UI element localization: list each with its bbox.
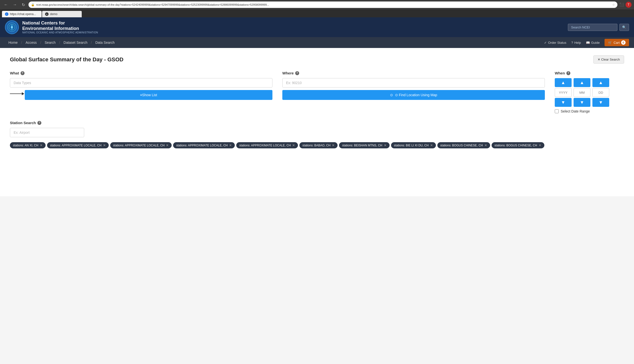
noaa-search-button[interactable]: 🔍 (619, 24, 629, 31)
station-tag: stations: BOGUS CHINESE, CH✕ (437, 142, 490, 148)
url-bar[interactable]: 🔒 ncei.noaa.gov/access/search/data-searc… (29, 2, 617, 8)
nav-data-search[interactable]: Data Search (92, 37, 118, 48)
dd-input[interactable] (592, 88, 609, 97)
station-tag-remove[interactable]: ✕ (430, 144, 433, 147)
browser-action-icons: ⬛ T (619, 2, 631, 8)
nav-bar: Home / Access / Search / Dataset Search … (0, 37, 634, 48)
station-search-help-icon[interactable]: ? (37, 121, 41, 125)
help-icon: ? (571, 41, 573, 44)
station-tag-label: stations: BOGUS CHINESE, CH (440, 144, 483, 147)
refresh-button[interactable]: ↻ (20, 2, 27, 8)
station-tag-remove[interactable]: ✕ (40, 144, 43, 147)
mm-up-button[interactable]: ▲ (574, 78, 590, 87)
show-list-row: ≡ Show List (10, 90, 272, 100)
station-search-label: Station Search ? (10, 121, 624, 125)
search-form-row: What ? ≡ Show List Where ? (10, 71, 624, 113)
yyyy-up-button[interactable]: ▲ (555, 78, 572, 87)
profile-button[interactable]: T (625, 2, 631, 8)
dd-up-button[interactable]: ▲ (592, 78, 609, 87)
yyyy-spinner: ▲ ▼ (555, 78, 572, 107)
station-tag-remove[interactable]: ✕ (292, 144, 295, 147)
nav-order-status[interactable]: ✓ Order Status (544, 41, 566, 44)
station-tag-label: stations: BABAO, CH (302, 144, 330, 147)
when-section: When ? ▲ ▼ ▲ ▼ ▲ (555, 71, 624, 113)
clear-search-label: ✕ Clear Search (598, 58, 620, 61)
page-title-row: Global Surface Summary of the Day - GSOD… (10, 56, 624, 64)
main-content: Global Surface Summary of the Day - GSOD… (0, 48, 634, 196)
order-status-icon: ✓ (544, 41, 547, 44)
noaa-title-main: National Centers forEnvironmental Inform… (22, 20, 98, 31)
noaa-title-area: National Centers forEnvironmental Inform… (22, 20, 98, 34)
extensions-button[interactable]: ⬛ (619, 2, 624, 7)
show-list-button[interactable]: ≡ Show List (25, 90, 272, 100)
data-types-input[interactable] (10, 78, 272, 88)
what-label: What ? (10, 71, 272, 75)
location-input[interactable] (282, 78, 545, 88)
noaa-search-input[interactable] (568, 24, 617, 31)
url-text: ncei.noaa.gov/access/search/data-search/… (36, 3, 611, 6)
mm-down-button[interactable]: ▼ (574, 98, 590, 107)
mm-input[interactable] (574, 88, 590, 97)
station-tag: stations: APPROXIMATE LOCALE, CH✕ (236, 142, 298, 148)
noaa-search-area: 🔍 (568, 24, 629, 31)
tab-2-label: demo (50, 12, 58, 16)
station-tag-remove[interactable]: ✕ (539, 144, 541, 147)
nav-home[interactable]: Home (5, 37, 21, 48)
station-tag: stations: BEISHAN MTNS, CH✕ (339, 142, 389, 148)
select-date-range-row: Select Date Range (555, 109, 624, 113)
nav-links: Home / Access / Search / Dataset Search … (5, 37, 118, 48)
arrow-line (10, 94, 22, 94)
nav-search[interactable]: Search (41, 37, 59, 48)
find-location-button[interactable]: ⊙ ⊙ Find Location Using Map (282, 90, 545, 100)
cart-button[interactable]: 🛒 Cart 0 (604, 39, 629, 46)
station-search-input[interactable] (10, 128, 84, 137)
station-tag-remove[interactable]: ✕ (229, 144, 232, 147)
station-tag-remove[interactable]: ✕ (484, 144, 487, 147)
nav-dataset-search[interactable]: Dataset Search (60, 37, 91, 48)
station-tag-label: stations: BEISHAN MTNS, CH (342, 144, 382, 147)
back-button[interactable]: ← (3, 2, 10, 8)
cart-badge: 0 (621, 40, 625, 45)
nav-access[interactable]: Access (22, 37, 40, 48)
station-tag: stations: APPROXIMATE LOCALE, CH✕ (173, 142, 235, 148)
date-range-checkbox[interactable] (555, 109, 559, 113)
when-spinners: ▲ ▼ ▲ ▼ ▲ ▼ (555, 78, 624, 107)
station-tag-remove[interactable]: ✕ (332, 144, 335, 147)
bookmark-icon[interactable]: ☆ (612, 3, 615, 6)
page-title: Global Surface Summary of the Day - GSOD (10, 56, 123, 63)
station-tag-remove[interactable]: ✕ (103, 144, 106, 147)
arrow-indicator (10, 94, 22, 94)
browser-chrome: ← → ↻ 🔒 ncei.noaa.gov/access/search/data… (0, 0, 634, 10)
nav-guide[interactable]: 📖 Guide (586, 41, 600, 44)
date-range-label: Select Date Range (561, 109, 590, 113)
station-tag-label: stations: BIE LI XI DU, CH (394, 144, 429, 147)
forward-button[interactable]: → (12, 2, 18, 8)
what-help-icon[interactable]: ? (21, 71, 25, 75)
nav-help[interactable]: ? Help (571, 41, 581, 44)
station-tag: stations: APPROXIMATE LOCALE, CH✕ (47, 142, 109, 148)
station-tag: stations: AN XI, CH✕ (10, 142, 46, 148)
location-icon: ⊙ (390, 93, 393, 97)
station-tag-remove[interactable]: ✕ (384, 144, 387, 147)
noaa-logo-area: National Centers forEnvironmental Inform… (5, 20, 98, 34)
where-help-icon[interactable]: ? (295, 71, 299, 75)
tab-1[interactable]: C https://chat.opena... (2, 11, 42, 17)
yyyy-input[interactable] (555, 88, 572, 97)
yyyy-down-button[interactable]: ▼ (555, 98, 572, 107)
station-tag-label: stations: APPROXIMATE LOCALE, CH (50, 144, 102, 147)
guide-icon: 📖 (586, 41, 590, 44)
noaa-header: National Centers forEnvironmental Inform… (0, 17, 634, 37)
where-section: Where ? ⊙ ⊙ Find Location Using Map (282, 71, 545, 100)
tab-2[interactable]: ● demo (42, 11, 82, 17)
station-tag-label: stations: AN XI, CH (13, 144, 38, 147)
dd-down-button[interactable]: ▼ (592, 98, 609, 107)
when-help-icon[interactable]: ? (566, 71, 570, 75)
arrow-head (22, 92, 24, 95)
when-label: When ? (555, 71, 624, 75)
clear-search-button[interactable]: ✕ Clear Search (593, 56, 624, 64)
station-tag-remove[interactable]: ✕ (166, 144, 169, 147)
where-label: Where ? (282, 71, 545, 75)
station-tags: stations: AN XI, CH✕stations: APPROXIMAT… (10, 142, 624, 148)
dd-spinner: ▲ ▼ (592, 78, 609, 107)
tabs-bar: C https://chat.opena... ● demo (0, 10, 634, 17)
